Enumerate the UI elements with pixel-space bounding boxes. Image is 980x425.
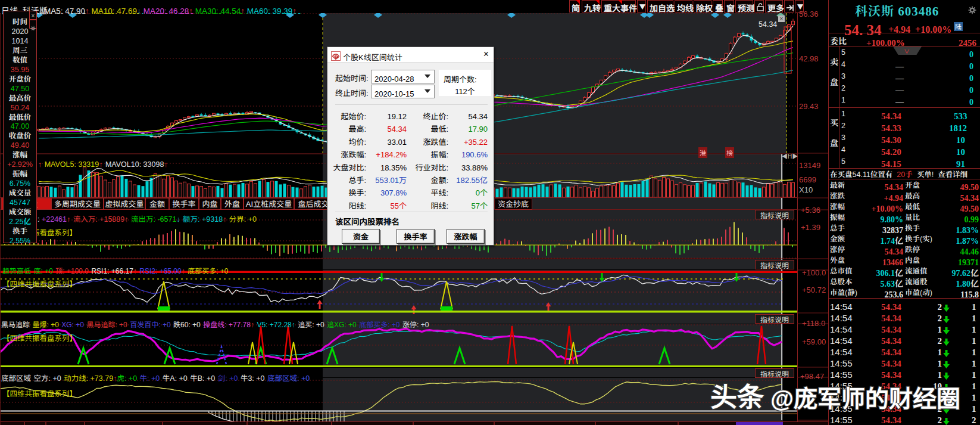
svg-text:头条: 头条 (710, 376, 764, 414)
svg-text:@庞军师的财经圈: @庞军师的财经圈 (770, 380, 960, 414)
